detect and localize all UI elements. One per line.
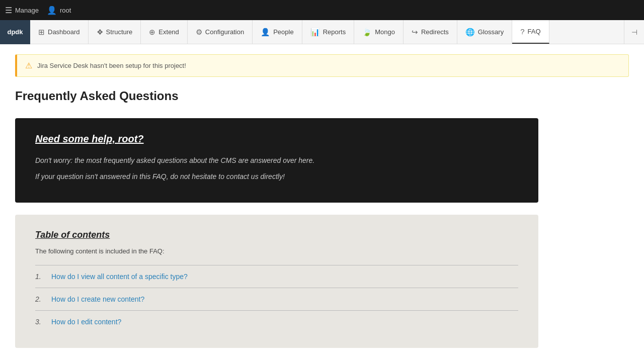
help-card-line2: If your question isn't answered in this … bbox=[35, 171, 518, 182]
user-icon: 👤 bbox=[47, 6, 57, 15]
people-icon: 👤 bbox=[261, 28, 270, 37]
toc-link-1[interactable]: How do I view all content of a specific … bbox=[51, 273, 188, 281]
toc-number-1: 1. bbox=[35, 273, 45, 281]
nav-item-extend[interactable]: ⊕ Extend bbox=[141, 20, 187, 44]
nav-item-faq[interactable]: ? FAQ bbox=[512, 20, 549, 44]
toc-intro: The following content is included in the… bbox=[35, 247, 518, 255]
configuration-icon: ⚙ bbox=[196, 28, 202, 37]
dashboard-icon: ⊞ bbox=[38, 28, 45, 37]
toc-item-2: 2. How do I create new content? bbox=[35, 288, 518, 311]
user-label: root bbox=[60, 7, 71, 14]
navbar: dpdk ⊞ Dashboard ❖ Structure ⊕ Extend ⚙ … bbox=[0, 20, 644, 44]
hamburger-icon: ☰ bbox=[5, 6, 12, 15]
warning-icon: ⚠ bbox=[25, 61, 32, 70]
nav-item-structure[interactable]: ❖ Structure bbox=[89, 20, 141, 44]
redirects-icon: ↪ bbox=[412, 28, 418, 37]
toc-number-3: 3. bbox=[35, 318, 45, 326]
nav-label-glossary: Glossary bbox=[478, 28, 504, 36]
help-card-line1: Don't worry: the most frequently asked q… bbox=[35, 155, 518, 166]
toc-number-2: 2. bbox=[35, 295, 45, 303]
nav-item-configuration[interactable]: ⚙ Configuration bbox=[188, 20, 253, 44]
nav-items: ⊞ Dashboard ❖ Structure ⊕ Extend ⚙ Confi… bbox=[30, 20, 624, 44]
logo-text: dpdk bbox=[7, 28, 23, 36]
nav-item-glossary[interactable]: 🌐 Glossary bbox=[457, 20, 512, 44]
manage-label: Manage bbox=[15, 7, 39, 14]
user-menu[interactable]: 👤 root bbox=[47, 6, 71, 15]
nav-label-mongo: Mongo bbox=[375, 28, 395, 36]
nav-label-reports: Reports bbox=[323, 28, 346, 36]
structure-icon: ❖ bbox=[97, 28, 103, 37]
mongo-icon: 🍃 bbox=[362, 28, 372, 37]
topbar: ☰ Manage 👤 root bbox=[0, 0, 644, 20]
glossary-icon: 🌐 bbox=[465, 28, 475, 37]
collapse-icon: ⊣ bbox=[631, 28, 637, 36]
warning-text: Jira Service Desk hasn't been setup for … bbox=[37, 62, 186, 69]
nav-item-people[interactable]: 👤 People bbox=[253, 20, 302, 44]
warning-banner: ⚠ Jira Service Desk hasn't been setup fo… bbox=[15, 54, 629, 77]
nav-collapse-button[interactable]: ⊣ bbox=[624, 20, 644, 44]
page-title: Frequently Asked Questions bbox=[15, 89, 629, 103]
nav-item-reports[interactable]: 📊 Reports bbox=[302, 20, 355, 44]
nav-label-redirects: Redirects bbox=[421, 28, 449, 36]
manage-button[interactable]: ☰ Manage bbox=[5, 6, 39, 15]
nav-label-configuration: Configuration bbox=[205, 28, 244, 36]
help-card: Need some help, root? Don't worry: the m… bbox=[15, 118, 538, 203]
extend-icon: ⊕ bbox=[149, 28, 155, 37]
toc-item-1: 1. How do I view all content of a specif… bbox=[35, 265, 518, 288]
nav-label-structure: Structure bbox=[106, 28, 133, 36]
help-card-title: Need some help, root? bbox=[35, 133, 518, 145]
nav-item-redirects[interactable]: ↪ Redirects bbox=[404, 20, 457, 44]
nav-item-dashboard[interactable]: ⊞ Dashboard bbox=[30, 20, 89, 44]
nav-item-mongo[interactable]: 🍃 Mongo bbox=[354, 20, 404, 44]
nav-label-faq: FAQ bbox=[528, 28, 541, 35]
nav-label-dashboard: Dashboard bbox=[48, 28, 80, 36]
toc-title: Table of contents bbox=[35, 230, 518, 240]
nav-label-people: People bbox=[273, 28, 293, 36]
toc-item-3: 3. How do I edit content? bbox=[35, 311, 518, 333]
faq-icon: ? bbox=[520, 27, 524, 36]
main-content: ⚠ Jira Service Desk hasn't been setup fo… bbox=[0, 44, 644, 358]
logo[interactable]: dpdk bbox=[0, 20, 30, 44]
nav-label-extend: Extend bbox=[158, 28, 179, 36]
nav-end: ⊣ bbox=[624, 20, 644, 44]
toc-card: Table of contents The following content … bbox=[15, 215, 538, 348]
reports-icon: 📊 bbox=[310, 28, 320, 37]
toc-link-2[interactable]: How do I create new content? bbox=[51, 295, 144, 303]
toc-link-3[interactable]: How do I edit content? bbox=[51, 318, 121, 326]
